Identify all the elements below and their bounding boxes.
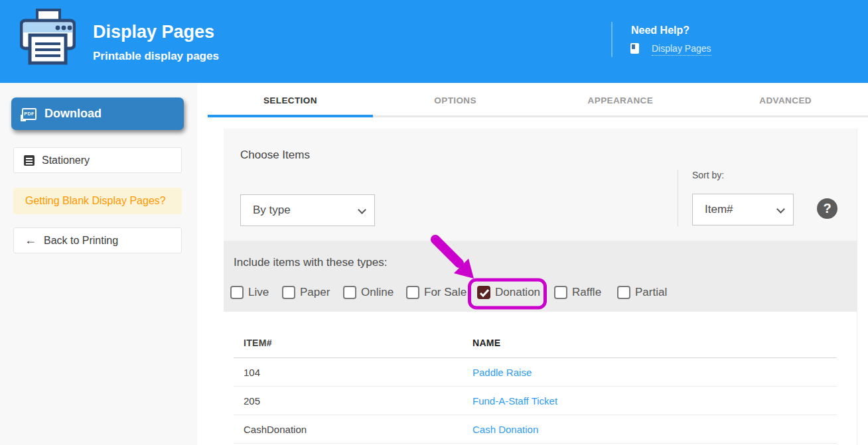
active-tab-underline — [208, 115, 373, 117]
item-name-link[interactable]: Fund-A-Staff Ticket — [472, 395, 557, 407]
tab-appearance[interactable]: APPEARANCE — [538, 83, 703, 117]
back-label: Back to Printing — [44, 235, 118, 247]
checkbox-label: For Sale — [424, 286, 467, 299]
item-name-link[interactable]: Cash Donation — [472, 424, 538, 435]
checkbox-label: Donation — [495, 286, 540, 299]
checkbox-label: Live — [248, 286, 269, 299]
column-header-name: NAME — [472, 338, 500, 348]
selection-panel: Choose Items By type Sort by: Item# ? In… — [224, 129, 857, 445]
help-icon[interactable]: ? — [817, 198, 837, 219]
checkbox-icon — [406, 286, 419, 299]
download-button[interactable]: PDF Download — [11, 97, 184, 130]
header-divider — [611, 22, 613, 57]
item-number: 205 — [234, 395, 472, 407]
page-title: Display Pages — [93, 22, 214, 42]
stationery-icon — [24, 155, 35, 166]
main-content: SELECTION OPTIONS APPEARANCE ADVANCED Ch… — [197, 83, 868, 445]
checkbox-icon — [477, 286, 490, 299]
checkbox-icon — [617, 286, 630, 299]
column-header-item: ITEM# — [234, 338, 472, 348]
display-pages-app: Display Pages Printable display pages Ne… — [0, 0, 868, 445]
page-subtitle: Printable display pages — [93, 50, 219, 63]
app-header: Display Pages Printable display pages Ne… — [0, 0, 868, 83]
stationery-label: Stationery — [42, 155, 90, 166]
item-name-link[interactable]: Paddle Raise — [472, 367, 532, 378]
item-number: 104 — [234, 367, 472, 378]
types-label: Include items with these types: — [234, 256, 388, 269]
tab-options[interactable]: OPTIONS — [373, 83, 538, 117]
tab-underline — [373, 115, 868, 117]
checkbox-partial[interactable]: Partial — [617, 286, 667, 299]
stationery-button[interactable]: Stationery — [13, 147, 182, 173]
chevron-down-icon — [358, 206, 366, 214]
checkbox-label: Raffle — [572, 286, 601, 299]
checkbox-icon — [230, 286, 244, 299]
items-table: ITEM# NAME 104 Paddle Raise 205 Fund-A-S… — [234, 312, 837, 444]
checkbox-label: Partial — [635, 286, 667, 299]
sidebar: PDF Download Stationery Getting Blank Di… — [0, 83, 197, 445]
checkbox-online[interactable]: Online — [343, 286, 394, 299]
help-display-pages-link[interactable]: Display Pages — [652, 43, 711, 56]
checkbox-for-sale[interactable]: For Sale — [406, 286, 467, 299]
checkbox-paper[interactable]: Paper — [282, 286, 330, 299]
checkbox-label: Paper — [300, 286, 330, 299]
items-table-section: ITEM# NAME 104 Paddle Raise 205 Fund-A-S… — [224, 312, 857, 444]
download-label: Download — [44, 107, 102, 121]
back-arrow-icon: ← — [25, 233, 36, 247]
checkbox-icon — [343, 286, 356, 299]
item-number: CashDonation — [234, 424, 472, 435]
sort-by-label: Sort by: — [692, 170, 724, 180]
back-to-printing-button[interactable]: ← Back to Printing — [13, 227, 182, 253]
tab-advanced[interactable]: ADVANCED — [703, 83, 868, 117]
chevron-down-icon — [776, 205, 785, 214]
printer-icon — [20, 9, 76, 68]
checkbox-label: Online — [361, 286, 394, 299]
checkbox-icon — [554, 286, 567, 299]
book-icon — [630, 43, 639, 54]
sort-by-value: Item# — [705, 203, 733, 216]
blank-pages-link[interactable]: Getting Blank Display Pages? — [13, 188, 182, 214]
checkbox-icon — [282, 286, 295, 299]
choose-items-section: Choose Items By type Sort by: Item# ? — [224, 129, 857, 241]
item-types-section: Include items with these types: Live Pap… — [224, 241, 857, 312]
group-by-value: By type — [253, 204, 291, 217]
sort-by-select[interactable]: Item# — [692, 194, 794, 225]
tab-selection[interactable]: SELECTION — [208, 83, 373, 117]
table-row: 104 Paddle Raise — [234, 358, 837, 387]
table-header-row: ITEM# NAME — [234, 330, 837, 358]
checkbox-donation[interactable]: Donation — [477, 286, 540, 299]
group-by-select[interactable]: By type — [240, 194, 375, 226]
choose-items-heading: Choose Items — [240, 149, 310, 162]
checkbox-raffle[interactable]: Raffle — [554, 286, 601, 299]
sort-divider — [678, 170, 678, 226]
tab-bar: SELECTION OPTIONS APPEARANCE ADVANCED — [197, 83, 868, 117]
table-row: 205 Fund-A-Staff Ticket — [234, 387, 837, 415]
table-row: CashDonation Cash Donation — [234, 415, 837, 444]
checkbox-live[interactable]: Live — [230, 286, 269, 299]
pdf-icon: PDF — [22, 108, 36, 120]
need-help-heading: Need Help? — [631, 25, 689, 36]
